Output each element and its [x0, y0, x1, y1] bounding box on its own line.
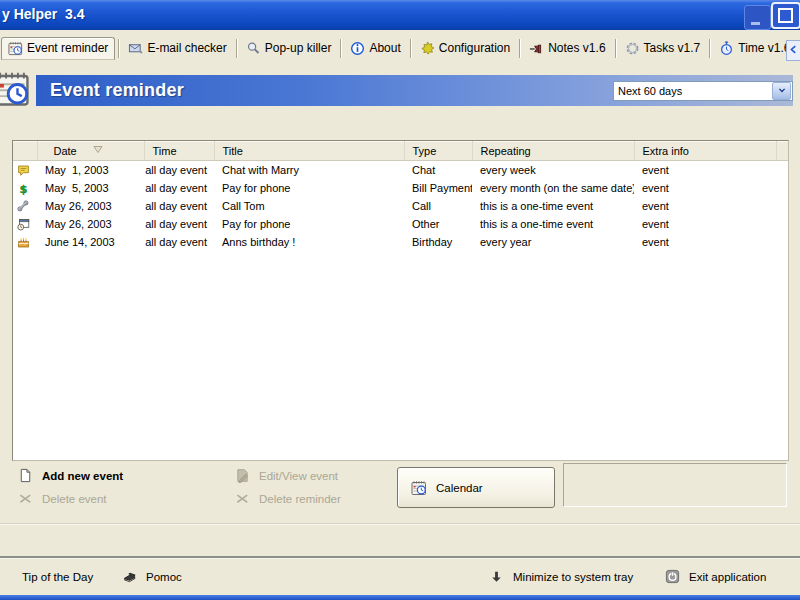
chat-bubble-icon — [17, 164, 37, 177]
cell-time: all day event — [144, 197, 214, 215]
tools-icon — [420, 41, 435, 56]
cell-extra-info: event — [634, 197, 776, 215]
cell-icon — [13, 215, 37, 233]
page-title: Event reminder — [36, 80, 184, 101]
minimize-to-tray-label: Minimize to system tray — [513, 571, 633, 583]
event-list: Date Time Title Type Repeating Extra inf… — [12, 140, 789, 461]
tab-about[interactable]: About — [344, 38, 406, 59]
window-bottom-border — [0, 595, 800, 600]
tab-separator — [519, 39, 520, 58]
table-row[interactable]: $May 5, 2003all day eventPay for phoneBi… — [13, 179, 788, 197]
info-icon — [350, 41, 365, 56]
calendar-clock-icon — [8, 41, 23, 56]
column-header-icon[interactable] — [13, 141, 37, 161]
tip-of-the-day-label: Tip of the Day — [22, 571, 93, 583]
new-page-icon — [18, 468, 33, 483]
magnifier-icon — [246, 41, 261, 56]
help-button[interactable]: Pomoc — [122, 569, 182, 584]
table-row[interactable]: May 26, 2003all day eventPay for phoneOt… — [13, 215, 788, 233]
tab-separator — [340, 39, 341, 58]
date-range-dropdown[interactable]: Next 60 days — [613, 81, 793, 101]
tab-notes-v1-6[interactable]: Notes v1.6 — [523, 38, 611, 59]
tab-e-mail-checker[interactable]: E-mail checker — [122, 38, 232, 59]
chevron-down-icon — [776, 84, 788, 98]
minimize-to-tray-button[interactable]: Minimize to system tray — [489, 569, 633, 584]
minimize-button[interactable] — [744, 5, 771, 30]
calendar-button[interactable]: Calendar — [397, 467, 555, 508]
footer-divider — [0, 556, 800, 558]
column-header-type[interactable]: Type — [404, 141, 472, 161]
cell-icon — [13, 233, 37, 251]
cell-date: June 14, 2003 — [37, 233, 144, 251]
cell-repeating: every year — [472, 233, 634, 251]
title-bar: y Helper 3.4 — [0, 0, 800, 30]
tab-event-reminder[interactable]: Event reminder — [1, 37, 115, 60]
tip-of-the-day-button[interactable]: Tip of the Day — [22, 571, 93, 583]
cell-title: Call Tom — [214, 197, 404, 215]
left-scroll-arrow-icon — [788, 44, 799, 57]
dropdown-button[interactable] — [772, 82, 791, 100]
cell-repeating: every month (on the same date) — [472, 179, 634, 197]
table-header-row: Date Time Title Type Repeating Extra inf… — [13, 141, 788, 161]
column-header-title[interactable]: Title — [214, 141, 404, 161]
birthday-cake-icon — [17, 236, 37, 249]
column-header-date[interactable]: Date — [37, 141, 144, 161]
power-icon — [665, 569, 680, 584]
tab-pop-up-killer[interactable]: Pop-up killer — [240, 38, 338, 59]
column-header-time[interactable]: Time — [144, 141, 214, 161]
edit-view-event-label: Edit/View event — [259, 470, 338, 482]
cell-repeating: every week — [472, 161, 634, 180]
column-label: Title — [223, 145, 243, 157]
tab-configuration[interactable]: Configuration — [414, 38, 516, 59]
cell-blank — [776, 179, 788, 197]
tab-tasks-v1-7[interactable]: Tasks v1.7 — [619, 38, 707, 59]
cell-icon: $ — [13, 179, 37, 197]
tab-label: About — [369, 41, 400, 55]
help-label: Pomoc — [146, 571, 182, 583]
delete-event-button[interactable]: Delete event — [18, 491, 107, 506]
cell-repeating: this is a one-time event — [472, 215, 634, 233]
gear-icon — [625, 41, 640, 56]
cell-type: Bill Payment — [404, 179, 472, 197]
tab-label: Pop-up killer — [265, 41, 332, 55]
window-title: y Helper 3.4 — [2, 6, 85, 22]
calendar-icon — [411, 480, 427, 496]
book-icon — [122, 569, 137, 584]
cell-icon — [13, 197, 37, 215]
delete-reminder-button[interactable]: Delete reminder — [235, 491, 341, 506]
tab-separator — [236, 39, 237, 58]
column-label: Type — [413, 145, 437, 157]
column-header-extra-info[interactable]: Extra info — [634, 141, 776, 161]
calendar-clock-icon — [0, 70, 31, 108]
column-label: Extra info — [643, 145, 689, 157]
tab-label: Time v1.6 — [738, 41, 790, 55]
add-new-event-button[interactable]: Add new event — [18, 468, 123, 483]
cell-blank — [776, 161, 788, 180]
delete-reminder-label: Delete reminder — [259, 493, 341, 505]
table-row[interactable]: May 26, 2003all day eventCall TomCallthi… — [13, 197, 788, 215]
tab-time-v1-6[interactable]: Time v1.6 — [713, 38, 796, 59]
pushpin-icon — [529, 41, 544, 56]
table-row[interactable]: June 14, 2003all day eventAnns birthday … — [13, 233, 788, 251]
cell-date: May 26, 2003 — [37, 215, 144, 233]
x-icon — [235, 491, 250, 506]
column-header-repeating[interactable]: Repeating — [472, 141, 634, 161]
table-row[interactable]: May 1, 2003all day eventChat with MarryC… — [13, 161, 788, 180]
cell-date: May 26, 2003 — [37, 197, 144, 215]
status-panel — [563, 463, 787, 507]
column-label: Date — [54, 145, 77, 157]
maximize-button[interactable] — [771, 2, 800, 29]
down-arrow-icon — [489, 569, 504, 584]
cell-time: all day event — [144, 161, 214, 180]
tab-label: Tasks v1.7 — [644, 41, 701, 55]
exit-application-button[interactable]: Exit application — [665, 569, 766, 584]
cell-title: Anns birthday ! — [214, 233, 404, 251]
tab-bar: Event reminderE-mail checkerPop-up kille… — [0, 30, 800, 66]
cell-title: Chat with Marry — [214, 161, 404, 180]
edit-view-event-button[interactable]: Edit/View event — [235, 468, 338, 483]
tab-label: E-mail checker — [147, 41, 226, 55]
divider — [0, 523, 800, 525]
tab-scroll-left-button[interactable] — [786, 40, 800, 61]
tab-label: Event reminder — [27, 41, 108, 55]
calendar-label: Calendar — [436, 482, 483, 494]
